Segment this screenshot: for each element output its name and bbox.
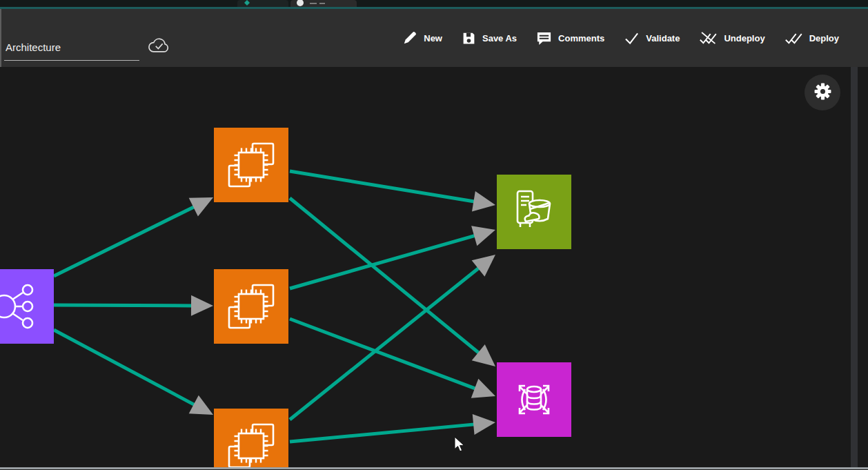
vertical-scrollbar[interactable] xyxy=(851,67,858,468)
node-load-balancer[interactable] xyxy=(0,269,54,344)
comments-icon xyxy=(536,30,552,46)
toolbar-label-comments: Comments xyxy=(558,33,604,43)
toolbar-label-deploy: Deploy xyxy=(809,33,839,43)
check-icon xyxy=(624,31,640,46)
node-compute-1[interactable] xyxy=(214,128,288,202)
node-compute-3[interactable] xyxy=(214,409,288,468)
edge-compute-1-to-database[interactable] xyxy=(290,198,495,366)
node-storage[interactable] xyxy=(497,175,571,249)
toolbar-label-validate: Validate xyxy=(646,33,680,43)
toolbar-label-save-as: Save As xyxy=(482,33,517,43)
double-check-crossed-icon xyxy=(699,30,718,46)
canvas-settings-button[interactable] xyxy=(805,75,840,110)
edge-compute-1-to-storage[interactable] xyxy=(290,171,495,212)
node-compute-2[interactable] xyxy=(214,269,288,344)
toolbar-button-save-as[interactable]: Save As xyxy=(462,31,517,46)
toolbar-label-undeploy: Undeploy xyxy=(724,33,765,43)
edges-layer xyxy=(0,67,851,468)
gear-icon xyxy=(813,82,832,104)
arrowhead xyxy=(191,295,213,316)
toolbar-button-undeploy[interactable]: Undeploy xyxy=(699,30,765,46)
edge-load-balancer-to-compute-2[interactable] xyxy=(54,295,213,316)
arrowhead xyxy=(472,255,495,277)
diagram-toolbar: New Save As Comments Validate Undeploy D… xyxy=(0,9,868,67)
diagram-canvas[interactable] xyxy=(0,67,851,468)
pencil-icon xyxy=(402,30,417,46)
browser-tab-stub-1[interactable] xyxy=(237,0,288,7)
accent-divider xyxy=(0,7,868,9)
arrowhead xyxy=(472,191,495,212)
edge-compute-3-to-database[interactable] xyxy=(290,414,495,442)
cloud-check-icon xyxy=(148,37,170,58)
browser-tab-stub-2[interactable] xyxy=(290,0,357,7)
edge-load-balancer-to-compute-3[interactable] xyxy=(54,330,213,415)
node-database[interactable] xyxy=(497,362,571,437)
browser-strip xyxy=(0,0,868,7)
teal-logo-icon xyxy=(243,0,251,7)
double-check-icon xyxy=(785,31,803,46)
toolbar-label-new: New xyxy=(424,33,442,43)
arrowhead xyxy=(471,379,495,398)
tab-text-fragment xyxy=(310,0,328,7)
arrowhead xyxy=(471,226,495,246)
avatar-circle-icon xyxy=(296,0,304,7)
toolbar-button-deploy[interactable]: Deploy xyxy=(785,31,839,46)
save-icon xyxy=(462,31,476,46)
arrowhead xyxy=(473,414,495,435)
arrowhead xyxy=(472,344,495,366)
toolbar-actions: New Save As Comments Validate Undeploy D… xyxy=(402,9,839,67)
horizontal-scrollbar[interactable] xyxy=(0,467,868,469)
edge-compute-2-to-database[interactable] xyxy=(290,319,495,398)
toolbar-button-new[interactable]: New xyxy=(402,30,442,46)
toolbar-button-comments[interactable]: Comments xyxy=(536,30,604,46)
edge-load-balancer-to-compute-1[interactable] xyxy=(54,197,213,276)
toolbar-button-validate[interactable]: Validate xyxy=(624,31,680,46)
diagram-title-input[interactable] xyxy=(4,41,139,61)
